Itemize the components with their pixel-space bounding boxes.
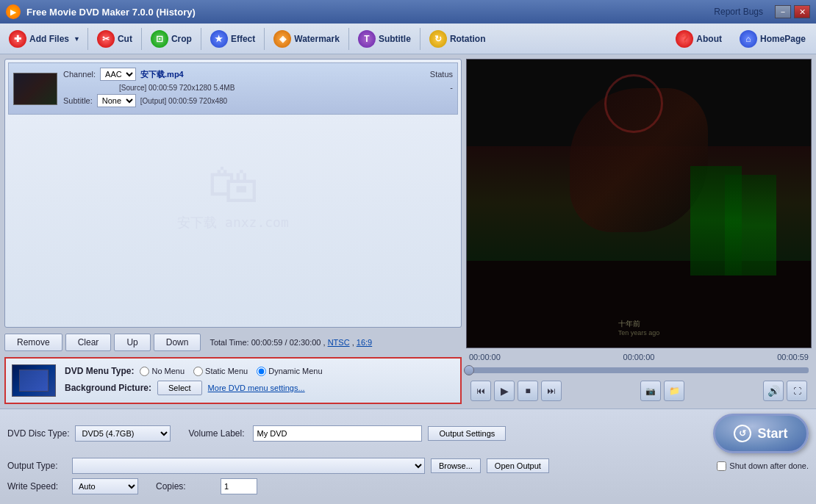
skip-forward-button[interactable]: ⏭ bbox=[541, 381, 562, 401]
dynamic-menu-option[interactable]: Dynamic Menu bbox=[257, 367, 322, 376]
channel-label: Channel: bbox=[63, 70, 96, 79]
dynamic-menu-radio[interactable] bbox=[257, 367, 266, 376]
close-button[interactable]: ✕ bbox=[794, 5, 810, 18]
minimize-button[interactable]: − bbox=[775, 5, 791, 18]
app-icon: ▶ bbox=[6, 4, 21, 19]
window-controls: − ✕ bbox=[775, 5, 810, 18]
crop-icon: ⊡ bbox=[151, 30, 168, 48]
shutdown-label: Shut down after done. bbox=[729, 461, 809, 470]
output-type-label: Output Type: bbox=[7, 461, 66, 471]
stop-button[interactable]: ■ bbox=[518, 381, 538, 401]
file-thumbnail bbox=[13, 73, 57, 105]
select-bg-button[interactable]: Select bbox=[157, 381, 202, 395]
crop-button[interactable]: ⊡ Crop bbox=[143, 25, 199, 53]
status-label: Status bbox=[430, 70, 453, 79]
folder-button[interactable]: 📁 bbox=[664, 381, 684, 401]
time-current: 00:00:00 bbox=[469, 353, 501, 361]
watermark-url: 安下载 anxz.com bbox=[177, 214, 289, 231]
ntsc-link[interactable]: NTSC bbox=[328, 338, 350, 347]
toolbar-divider-5 bbox=[348, 28, 349, 50]
toolbar-right: ❓ About ⌂ HomePage bbox=[668, 25, 813, 53]
report-bugs-link[interactable]: Report Bugs bbox=[708, 4, 769, 20]
file-item: Channel: AAC 安下载.mp4 Status [Source] 00:… bbox=[8, 62, 458, 115]
write-speed-select[interactable]: Auto bbox=[72, 478, 138, 494]
write-speed-label: Write Speed: bbox=[7, 481, 66, 492]
watermark-bag-icon: 🛍 bbox=[177, 155, 289, 214]
shutdown-checkbox[interactable] bbox=[717, 461, 726, 471]
no-menu-radio[interactable] bbox=[140, 367, 149, 376]
file-name: 安下载.mp4 bbox=[140, 69, 184, 80]
action-buttons-row: Remove Clear Up Down Total Time: 00:00:5… bbox=[4, 331, 462, 354]
subtitle-icon: T bbox=[358, 30, 376, 48]
effect-button[interactable]: ★ Effect bbox=[203, 25, 262, 53]
subtitle-select[interactable]: None bbox=[97, 94, 136, 107]
toolbar-divider-2 bbox=[141, 28, 142, 50]
about-button[interactable]: ❓ About bbox=[668, 25, 729, 53]
file-list-area: Channel: AAC 安下载.mp4 Status [Source] 00:… bbox=[4, 59, 462, 328]
homepage-button[interactable]: ⌂ HomePage bbox=[732, 25, 813, 53]
dvd-menu-type-row: DVD Menu Type: No Menu Static Menu Dy bbox=[65, 366, 323, 376]
main-area: Channel: AAC 安下载.mp4 Status [Source] 00:… bbox=[0, 54, 816, 408]
about-icon: ❓ bbox=[676, 30, 693, 48]
subtitle-row: Subtitle: None [Output] 00:00:59 720x480 bbox=[63, 94, 453, 107]
add-files-dropdown-icon: ▼ bbox=[74, 35, 80, 43]
video-frame: 十年前 Ten years ago bbox=[467, 60, 811, 348]
output-meta: [Output] 00:00:59 720x480 bbox=[140, 97, 227, 105]
volume-label-label: Volume Label: bbox=[188, 428, 247, 439]
output-settings-button[interactable]: Output Settings bbox=[428, 426, 506, 441]
volume-button[interactable]: 🔊 bbox=[763, 381, 784, 401]
volume-label-input[interactable] bbox=[253, 425, 422, 442]
watermark-overlay: 🛍 安下载 anxz.com bbox=[177, 155, 289, 231]
more-settings-link[interactable]: More DVD menu settings... bbox=[208, 384, 305, 392]
skip-back-button[interactable]: ⏮ bbox=[470, 381, 491, 401]
remove-button[interactable]: Remove bbox=[4, 334, 62, 351]
snapshot-button[interactable]: 📷 bbox=[640, 381, 661, 401]
cut-button[interactable]: ✂ Cut bbox=[90, 25, 140, 53]
cut-icon: ✂ bbox=[97, 30, 115, 48]
toolbar-divider-6 bbox=[420, 28, 420, 50]
rotation-button[interactable]: ↻ Rotation bbox=[422, 25, 493, 53]
write-speed-row: Write Speed: Auto Copies: bbox=[7, 478, 809, 494]
rotation-icon: ↻ bbox=[429, 30, 447, 48]
channel-select[interactable]: AAC bbox=[100, 68, 136, 81]
progress-bar[interactable] bbox=[469, 367, 809, 373]
up-button[interactable]: Up bbox=[114, 334, 150, 351]
start-icon: ↺ bbox=[734, 425, 751, 442]
add-files-icon: ✚ bbox=[9, 30, 26, 48]
titlebar: ▶ Free Movie DVD Maker 7.0.0 (History) R… bbox=[0, 0, 816, 24]
subtitle-button[interactable]: T Subtitle bbox=[351, 25, 418, 53]
total-time-info: Total Time: 00:00:59 / 02:30:00 , NTSC ,… bbox=[210, 338, 372, 347]
down-button[interactable]: Down bbox=[154, 334, 201, 351]
dvd-menu-panel: DVD Menu Type: No Menu Static Menu Dy bbox=[4, 357, 462, 404]
progress-thumb[interactable] bbox=[464, 365, 474, 375]
output-row: Output Type: Browse... Open Output Shut … bbox=[7, 458, 809, 474]
dvd-bg-row: Background Picture: Select More DVD menu… bbox=[65, 381, 323, 395]
play-button[interactable]: ▶ bbox=[494, 381, 515, 401]
dvd-menu-radio-group: No Menu Static Menu Dynamic Menu bbox=[140, 367, 322, 376]
static-menu-radio[interactable] bbox=[193, 367, 203, 376]
output-type-select[interactable] bbox=[72, 458, 425, 474]
disc-settings-row: DVD Disc Type: DVD5 (4.7GB) Volume Label… bbox=[7, 414, 809, 453]
scene-bottle-2 bbox=[690, 166, 742, 276]
ratio-link[interactable]: 16:9 bbox=[357, 338, 372, 347]
clear-button[interactable]: Clear bbox=[65, 334, 112, 351]
static-menu-option[interactable]: Static Menu bbox=[193, 367, 248, 376]
copies-input[interactable] bbox=[221, 478, 257, 494]
watermark-button[interactable]: ◈ Watermark bbox=[266, 25, 347, 53]
static-menu-label: Static Menu bbox=[205, 367, 248, 375]
start-button[interactable]: ↺ Start bbox=[713, 414, 809, 453]
no-menu-label: No Menu bbox=[151, 367, 185, 375]
bottom-bar: DVD Disc Type: DVD5 (4.7GB) Volume Label… bbox=[0, 408, 816, 499]
shutdown-row: Shut down after done. bbox=[717, 461, 809, 471]
add-files-button[interactable]: ✚ Add Files ▼ bbox=[3, 25, 86, 53]
disc-type-select[interactable]: DVD5 (4.7GB) bbox=[75, 425, 171, 442]
homepage-icon: ⌂ bbox=[740, 30, 757, 48]
dvd-menu-type-label: DVD Menu Type: bbox=[65, 366, 134, 376]
fullscreen-button[interactable]: ⛶ bbox=[787, 381, 807, 401]
toolbar-divider-3 bbox=[201, 28, 201, 50]
dvd-menu-thumbnail bbox=[12, 364, 56, 397]
browse-button[interactable]: Browse... bbox=[431, 458, 481, 473]
open-output-button[interactable]: Open Output bbox=[487, 458, 549, 473]
dynamic-menu-label: Dynamic Menu bbox=[268, 367, 322, 375]
no-menu-option[interactable]: No Menu bbox=[140, 367, 185, 376]
